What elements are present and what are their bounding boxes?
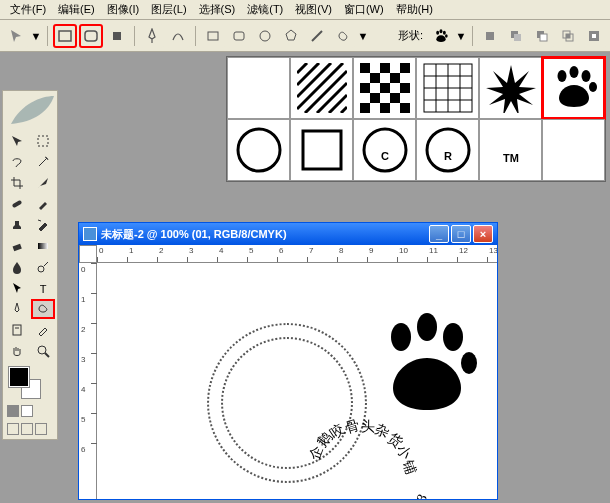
screen-full-menu[interactable]: [21, 423, 33, 435]
drop-icon: [10, 260, 24, 274]
divider: [195, 26, 196, 46]
pen-button[interactable]: [140, 24, 164, 48]
shape-checker[interactable]: [353, 57, 416, 119]
lasso-tool[interactable]: [5, 152, 29, 172]
titlebar[interactable]: 未标题-2 @ 100% (01, RGB/8/CMYK) _ □ ×: [79, 223, 497, 245]
standard-mode[interactable]: [7, 405, 19, 417]
ruler-horizontal[interactable]: 012345678910111213: [97, 245, 497, 263]
doc-icon: [83, 227, 97, 241]
shape-options-dropdown[interactable]: ▼: [357, 26, 369, 46]
stamp-tool[interactable]: [5, 215, 29, 235]
svg-rect-18: [566, 34, 570, 38]
menu-view[interactable]: 视图(V): [289, 0, 338, 19]
eraser-tool[interactable]: [5, 236, 29, 256]
heal-tool[interactable]: [5, 194, 29, 214]
path-select-tool[interactable]: [5, 278, 29, 298]
hand-tool[interactable]: [5, 341, 29, 361]
dodge-tool[interactable]: [31, 257, 55, 277]
wand-tool[interactable]: [31, 152, 55, 172]
shape-hatch[interactable]: [290, 57, 353, 119]
svg-rect-41: [400, 103, 410, 113]
shape-roundrect2-button[interactable]: [227, 24, 251, 48]
menu-select[interactable]: 选择(S): [193, 0, 242, 19]
brush-tool[interactable]: [31, 194, 55, 214]
shape-square-outline[interactable]: [290, 119, 353, 181]
shape-line-button[interactable]: [305, 24, 329, 48]
shape-trademark[interactable]: TM: [479, 119, 542, 181]
quickmask-mode[interactable]: [21, 405, 33, 417]
tool-preset-button[interactable]: [4, 24, 28, 48]
screen-modes: [5, 421, 55, 437]
color-swatches[interactable]: [5, 365, 55, 401]
freeform-pen-button[interactable]: [166, 24, 190, 48]
eyedropper-tool[interactable]: [31, 320, 55, 340]
maximize-button[interactable]: □: [451, 225, 471, 243]
shape-circle-outline[interactable]: [227, 119, 290, 181]
mode-new-button[interactable]: [478, 24, 502, 48]
blur-tool[interactable]: [5, 257, 29, 277]
type-tool[interactable]: T: [31, 278, 55, 298]
overlap-excl-icon: [586, 28, 602, 44]
minimize-button[interactable]: _: [429, 225, 449, 243]
mode-exclude-button[interactable]: [582, 24, 606, 48]
svg-point-50: [569, 66, 578, 78]
mode-add-button[interactable]: [504, 24, 528, 48]
ruler-vertical[interactable]: 0123456: [79, 263, 97, 499]
crop-tool[interactable]: [5, 173, 29, 193]
shape-paw[interactable]: [542, 57, 605, 119]
svg-point-73: [443, 323, 463, 351]
move-tool[interactable]: [5, 131, 29, 151]
foreground-color[interactable]: [9, 367, 29, 387]
history-brush-tool[interactable]: [31, 215, 55, 235]
screen-normal[interactable]: [7, 423, 19, 435]
toolbox: T: [2, 90, 58, 440]
svg-point-72: [417, 313, 437, 341]
shape-picker-panel: C R TM: [226, 56, 606, 182]
shape-circle-button[interactable]: [253, 24, 277, 48]
slice-tool[interactable]: [31, 173, 55, 193]
svg-rect-4: [234, 32, 244, 40]
pen-tool2[interactable]: [5, 299, 29, 319]
ruler-origin[interactable]: [79, 245, 97, 263]
shape-polygon-button[interactable]: [279, 24, 303, 48]
preset-dropdown[interactable]: ▼: [30, 26, 42, 46]
screen-full[interactable]: [35, 423, 47, 435]
menu-filter[interactable]: 滤镜(T): [241, 0, 289, 19]
move-icon: [10, 134, 24, 148]
divider: [472, 26, 473, 46]
shape-custom-button[interactable]: [331, 24, 355, 48]
menu-image[interactable]: 图像(I): [101, 0, 145, 19]
menu-layer[interactable]: 图层(L): [145, 0, 192, 19]
marquee-tool[interactable]: [31, 131, 55, 151]
shape-starburst[interactable]: [479, 57, 542, 119]
shape-rect2-button[interactable]: [201, 24, 225, 48]
zoom-tool[interactable]: [31, 341, 55, 361]
close-button[interactable]: ×: [473, 225, 493, 243]
shape-grid[interactable]: [416, 57, 479, 119]
svg-line-25: [305, 71, 347, 113]
gradient-tool[interactable]: [31, 236, 55, 256]
shape-ellipse-button[interactable]: [105, 24, 129, 48]
shape-registered[interactable]: R: [416, 119, 479, 181]
rectangle-icon: [57, 28, 73, 44]
shape-roundrect-button[interactable]: [79, 24, 103, 48]
shape-copyright[interactable]: C: [353, 119, 416, 181]
menu-file[interactable]: 文件(F): [4, 0, 52, 19]
canvas[interactable]: 企鹅咬骨头杂货小铺 shop57672378: [97, 263, 497, 499]
svg-point-53: [238, 129, 280, 171]
shape-rect-button[interactable]: [53, 24, 77, 48]
shape-picker-dropdown[interactable]: ▼: [455, 26, 467, 46]
mode-subtract-button[interactable]: [530, 24, 554, 48]
shape-label: 形状:: [398, 28, 423, 43]
current-shape-button[interactable]: [429, 24, 453, 48]
shape-blank[interactable]: [227, 57, 290, 119]
svg-line-70: [45, 353, 49, 357]
menu-window[interactable]: 窗口(W): [338, 0, 390, 19]
menu-help[interactable]: 帮助(H): [390, 0, 439, 19]
menu-edit[interactable]: 编辑(E): [52, 0, 101, 19]
mode-intersect-button[interactable]: [556, 24, 580, 48]
notes-tool[interactable]: [5, 320, 29, 340]
custom-shape-tool[interactable]: [31, 299, 55, 319]
svg-rect-37: [370, 93, 380, 103]
shape-empty[interactable]: [542, 119, 605, 181]
